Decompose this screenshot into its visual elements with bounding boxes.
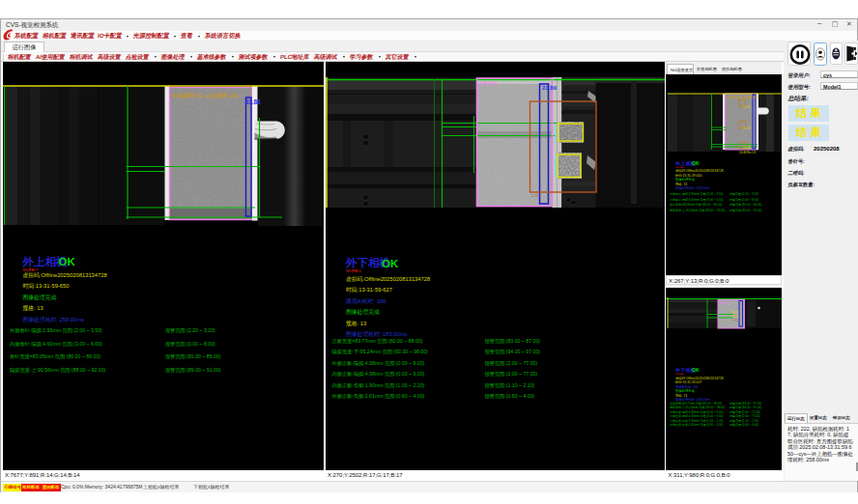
tool-plc-address-lib[interactable]: PLC地址库 (279, 53, 309, 62)
minimize-button[interactable]: ─ (813, 19, 826, 30)
tab-ng-display[interactable]: NG画面显示 (667, 64, 694, 74)
lines-code: 虚拟码:Offline2025020813134728 (675, 376, 724, 380)
menu-item-camera-config[interactable]: 相机配置 (42, 32, 67, 41)
tool-other-settings[interactable]: 其它设置 (385, 53, 409, 62)
ng-mini-view-upper[interactable]: 灯箱阈值:93, 动态阈值:100 52.46 52.87 53.48 53.4… (666, 74, 782, 275)
menu-item-io-card-config[interactable]: IO卡配置 (98, 32, 123, 41)
defect-mark-3: 53.48 (743, 146, 751, 150)
close-button[interactable]: ✕ (843, 19, 856, 30)
main-content: 灯箱阈值:93, 动态阈值:100 83.88 外上相机 OK NG屏蔽:T 虚… (1, 62, 857, 481)
3-l: 隔膜宽度-上:90.56mm 范围:(88.00 ~ 92.00) (10, 367, 106, 374)
1-l: 隔膜宽度-下:95.24mm 范围:(93.00 ~ 98.00) (670, 406, 725, 409)
tab-capture-cameras[interactable]: 抓拍相机图 (719, 64, 743, 74)
camera-panel-lower-outer[interactable]: AI检测框 23.80 2.76 外下相机 OK NG屏蔽:0 虚拟码:Offl… (326, 62, 665, 470)
5-l: 外侧正极-负极:2.61mm 范围:(0.60 ~ 4.00) (670, 423, 723, 427)
dropdown-arrow-icon (155, 56, 157, 58)
right-machinery (558, 77, 665, 208)
status-bar: 心跳信号 相机断连 通讯断连 Cpu: 0.0% Memory: 3424.41… (1, 481, 857, 492)
process-done-line: 图像处理完成 (22, 294, 56, 301)
coordinate-bar-right: X:311;Y:980;R:0;G:0;B:0 (666, 470, 782, 481)
tab-run-log[interactable]: 运行日志 (785, 413, 808, 423)
menu-item-light-control-config[interactable]: 光源控制配置 (133, 32, 170, 41)
4-r: 报警范围:(1.10 ~ 2.10) (729, 419, 758, 423)
menu-item-comm-config[interactable]: 通讯配置 (70, 32, 95, 41)
2-l: 外侧正极-隔膜:4.38mm 范围:(0.00 ~ 9.00) (331, 360, 424, 367)
5-r: 报警范围:(0.60 ~ 4.00) (484, 393, 534, 400)
title-bar[interactable]: CVS-视觉检测系统 ─ □ ✕ (1, 19, 857, 31)
model-field[interactable]: Model1 (820, 82, 858, 91)
0-r: 报警范围:(83.00 ~ 87.00) (729, 402, 761, 406)
lines-spec: 规格: 13 (675, 393, 687, 398)
log-scrollbar[interactable] (856, 462, 858, 471)
menu-item-language-switch[interactable]: 系统语言切换 (204, 32, 241, 41)
spec-line: 规格: 13 (346, 320, 366, 327)
1-r: 报警范围:(0.00 ~ 8.00) (165, 341, 215, 348)
login-user-button[interactable] (814, 42, 827, 66)
0-r: 报警范围:(2.20 ~ 3.20) (729, 192, 758, 196)
electrode-tab (758, 108, 769, 115)
threshold-annotation: 灯箱阈值:93, 动态阈值:100 (171, 92, 238, 99)
defect-mark-1: 52.46 (743, 105, 751, 109)
user-permission-button[interactable] (830, 42, 843, 65)
tab-settings-log[interactable]: 设置日志 (808, 413, 829, 423)
maximize-button[interactable]: □ (828, 19, 842, 30)
permission-icon (831, 43, 842, 64)
upper-camera-result-status: 上相机x轴检结果 (143, 484, 180, 490)
toolbar: 相机配置 AI使用配置 相机调试 高级设置 点检设置 图像处理 基准线参数 测试… (1, 52, 857, 62)
ai-box-label: AI检测框 (720, 301, 730, 305)
menu-item-system-config[interactable]: 系统配置 (14, 32, 39, 41)
login-user-field[interactable]: cys (820, 70, 858, 79)
ng-view-tabs: NG画面显示 所有相机图 抓拍相机图 (666, 62, 782, 74)
tool-camera-config[interactable]: 相机配置 (7, 53, 31, 62)
2-l: 外侧正极-隔膜:4.38mm 范围:(0.00 ~ 9.00) (670, 410, 723, 414)
dropdown-arrow-icon (198, 36, 200, 38)
menu-item-view[interactable]: 查看 (181, 32, 194, 41)
tool-test-item-params[interactable]: 测试项参数 (238, 53, 268, 62)
threshold-annotation: 灯箱阈值:93, 动态阈值:100 (727, 96, 759, 99)
photo-texture (4, 86, 323, 226)
log-output[interactable]: 耗时: 222, 缺陷检测耗时: 17, 缺陷分类耗时: 0, 缺陷提取分区耗时… (785, 423, 858, 481)
defect-mark-bottom: 53.48 Ra:1.8 (739, 151, 757, 154)
lines-code: 虚拟码:Offline2025020813134728 (675, 168, 724, 173)
tool-ai-usage-config[interactable]: AI使用配置 (35, 53, 65, 62)
screen: CVS-视觉检测系统 ─ □ ✕ 系统配置 相机配置 通讯配置 IO卡配置 光源… (0, 0, 858, 504)
ng-note: NG屏蔽:T (22, 268, 39, 272)
tool-advanced-debug[interactable]: 高级调试 (313, 53, 337, 62)
0-l: 外侧卷针-隔膜:2.95mm 范围:(2.00 ~ 3.50) (670, 192, 723, 196)
tab-all-cameras[interactable]: 所有相机图 (694, 64, 718, 74)
lines-done: 图像处理完成 (675, 177, 695, 182)
dropdown-arrow-icon (232, 56, 234, 58)
tool-image-processing[interactable]: 图像处理 (160, 53, 185, 62)
pause-icon (788, 42, 812, 67)
camera-panel-upper-outer[interactable]: 灯箱阈值:93, 动态阈值:100 83.88 外上相机 OK NG屏蔽:T 虚… (3, 62, 324, 470)
login-user-label: 登录用户: (787, 72, 811, 79)
time-line: 时间:13-31-59-627 (346, 287, 392, 294)
negative-tab-count-label: 负极耳数量: (787, 182, 815, 188)
time-line: 时间:13-31-59-650 (22, 283, 69, 290)
model-label: 使用型号: (787, 84, 811, 91)
tool-spot-check[interactable]: 点检设置 (125, 53, 149, 62)
virtual-code-line: 虚拟码:Offline2025020813134728 (22, 271, 106, 278)
tool-camera-debug[interactable]: 相机调试 (69, 53, 93, 62)
tab-run-image[interactable]: 运行图像 (4, 42, 44, 52)
tool-learning-params[interactable]: 学习参数 (349, 53, 373, 62)
virtual-code-value: 20250208 (814, 146, 840, 152)
tool-advanced-settings[interactable]: 高级设置 (97, 53, 121, 62)
exit-button[interactable] (844, 42, 858, 65)
tool-baseline-params[interactable]: 基准线参数 (196, 53, 226, 62)
ng-view-column: NG画面显示 所有相机图 抓拍相机图 (666, 62, 782, 481)
ng-mini-view-lower[interactable]: AI检测框 83.77 95.24 2.76 外下相机 OK NG屏蔽:0 虚拟… (666, 288, 782, 470)
control-sidebar: 登录用户: cys 使用型号: Model1 总结果: 结果 结果 虚拟码: 2… (784, 41, 858, 481)
elapsed-line: 图像处理耗时: 258.00ms (22, 316, 84, 323)
camera-image-lower-outer: AI检测框 23.80 2.76 外下相机 OK NG屏蔽:0 虚拟码:Offl… (326, 62, 665, 470)
defect-mark-2: 52.87 (743, 126, 751, 130)
camera-status-badge: 相机断连 (21, 484, 42, 492)
camera-status-ok: OK (58, 256, 75, 267)
pause-button[interactable] (787, 42, 811, 66)
dropdown-arrow-icon (273, 56, 275, 58)
comm-status-badge: 通讯断连 (41, 484, 61, 492)
process-done-line: 图像处理完成 (346, 308, 380, 316)
ai-box-label: AI检测框 (478, 80, 498, 87)
tab-error-log[interactable]: 错误日志 (831, 413, 852, 423)
camera-status-ok: OK (382, 258, 399, 269)
